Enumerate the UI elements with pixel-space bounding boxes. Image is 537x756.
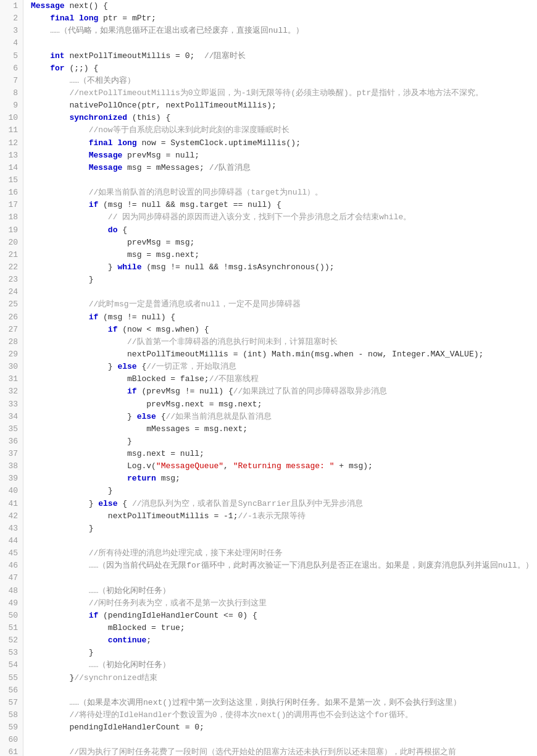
code-line: } while (msg != null && !msg.isAsynchron… bbox=[31, 261, 530, 274]
code-line bbox=[31, 684, 530, 697]
code-line: synchronized (this) { bbox=[31, 112, 530, 124]
code-line: continue; bbox=[31, 634, 530, 647]
code-line: //队首第一个非障碍器的消息执行时间未到，计算阻塞时长 bbox=[31, 336, 530, 348]
line-number: 1 bbox=[5, 0, 18, 12]
code-line: final long ptr = mPtr; bbox=[31, 12, 530, 25]
code-line: do { bbox=[31, 224, 530, 237]
line-number: 22 bbox=[5, 261, 18, 274]
code-line: msg.next = null; bbox=[31, 448, 530, 460]
code-line: if (pendingIdleHandlerCount <= 0) { bbox=[31, 610, 530, 622]
line-number: 7 bbox=[5, 75, 18, 87]
code-line: mBlocked = true; bbox=[31, 622, 530, 634]
line-number: 28 bbox=[5, 336, 18, 348]
code-line: //将待处理的IdleHandler个数设置为0，使得本次next()的调用再也… bbox=[31, 709, 530, 721]
code-line: //因为执行了闲时任务花费了一段时间（选代开始处的阻塞方法还未执行到所以还未阻塞… bbox=[31, 746, 530, 756]
code-container: 1234567891011121314151617181920212223242… bbox=[0, 0, 537, 756]
code-line: final long now = SystemClock.uptimeMilli… bbox=[31, 137, 530, 149]
line-number: 6 bbox=[5, 62, 18, 75]
line-number: 33 bbox=[5, 398, 18, 411]
code-line: Log.v("MessageQueue", "Returning message… bbox=[31, 460, 530, 472]
line-number: 51 bbox=[5, 622, 18, 634]
code-line: nextPollTimeoutMillis = (int) Math.min(m… bbox=[31, 348, 530, 361]
line-number: 29 bbox=[5, 348, 18, 361]
line-number: 25 bbox=[5, 298, 18, 311]
line-number: 11 bbox=[5, 124, 18, 136]
line-number: 21 bbox=[5, 249, 18, 261]
line-number: 47 bbox=[5, 572, 18, 584]
line-number: 43 bbox=[5, 523, 18, 535]
code-line: //如果当前队首的消息时设置的同步障碍器（target为null）。 bbox=[31, 187, 530, 199]
line-number: 61 bbox=[5, 746, 18, 756]
code-line: nativePollOnce(ptr, nextPollTimeoutMilli… bbox=[31, 99, 530, 112]
code-line: } bbox=[31, 523, 530, 535]
code-line bbox=[31, 174, 530, 187]
line-number: 20 bbox=[5, 237, 18, 249]
line-number: 15 bbox=[5, 174, 18, 187]
line-number: 9 bbox=[5, 99, 18, 112]
line-number: 30 bbox=[5, 361, 18, 373]
line-number: 55 bbox=[5, 672, 18, 684]
code-area[interactable]: Message next() { final long ptr = mPtr; … bbox=[23, 0, 537, 756]
line-numbers: 1234567891011121314151617181920212223242… bbox=[0, 0, 23, 756]
line-number: 23 bbox=[5, 274, 18, 286]
line-number: 56 bbox=[5, 684, 18, 697]
code-line bbox=[31, 734, 530, 746]
code-line: if (msg != null) { bbox=[31, 311, 530, 324]
code-line: //nextPollTimeoutMillis为0立即返回，为-1则无限等待(必… bbox=[31, 87, 530, 99]
code-line: prevMsg.next = msg.next; bbox=[31, 398, 530, 411]
line-number: 53 bbox=[5, 647, 18, 659]
line-number: 27 bbox=[5, 324, 18, 336]
code-line: if (prevMsg != null) {//如果跳过了队首的同步障碍器取异步… bbox=[31, 385, 530, 398]
line-number: 57 bbox=[5, 697, 18, 709]
code-line: } bbox=[31, 647, 530, 659]
code-line: prevMsg = msg; bbox=[31, 237, 530, 249]
line-number: 46 bbox=[5, 560, 18, 572]
line-number: 13 bbox=[5, 149, 18, 162]
line-number: 37 bbox=[5, 448, 18, 460]
code-line: ……（代码略，如果消息循环正在退出或者已经废弃，直接返回null。） bbox=[31, 25, 530, 37]
line-number: 52 bbox=[5, 634, 18, 647]
line-number: 36 bbox=[5, 435, 18, 448]
code-line: } bbox=[31, 274, 530, 286]
line-number: 16 bbox=[5, 187, 18, 199]
code-line: } bbox=[31, 485, 530, 497]
code-line: mBlocked = false;//不阻塞线程 bbox=[31, 373, 530, 385]
line-number: 8 bbox=[5, 87, 18, 99]
code-line: } bbox=[31, 435, 530, 448]
line-number: 41 bbox=[5, 498, 18, 510]
line-number: 38 bbox=[5, 460, 18, 472]
line-number: 4 bbox=[5, 37, 18, 49]
code-line: //所有待处理的消息均处理完成，接下来处理闲时任务 bbox=[31, 547, 530, 560]
code-line: if (now < msg.when) { bbox=[31, 324, 530, 336]
code-line: pendingIdleHandlerCount = 0; bbox=[31, 721, 530, 734]
line-number: 59 bbox=[5, 721, 18, 734]
code-line: }//synchronized结束 bbox=[31, 672, 530, 684]
line-number: 44 bbox=[5, 535, 18, 547]
line-number: 42 bbox=[5, 510, 18, 523]
code-line: Message prevMsg = null; bbox=[31, 149, 530, 162]
code-line: nextPollTimeoutMillis = -1;//-1表示无限等待 bbox=[31, 510, 530, 523]
line-number: 24 bbox=[5, 286, 18, 298]
code-line: //此时msg一定是普通消息或者null，一定不是同步障碍器 bbox=[31, 298, 530, 311]
code-line: //闲时任务列表为空，或者不是第一次执行到这里 bbox=[31, 597, 530, 610]
line-number: 14 bbox=[5, 162, 18, 174]
code-line: ……（如果是本次调用next()过程中第一次到达这里，则执行闲时任务。如果不是第… bbox=[31, 697, 530, 709]
line-number: 2 bbox=[5, 12, 18, 25]
code-line: ……（初始化闲时任务） bbox=[31, 659, 530, 671]
code-line: } else {//如果当前消息就是队首消息 bbox=[31, 411, 530, 423]
line-number: 10 bbox=[5, 112, 18, 124]
line-number: 34 bbox=[5, 411, 18, 423]
code-line: //now等于自系统启动以来到此时此刻的非深度睡眠时长 bbox=[31, 124, 530, 136]
line-number: 12 bbox=[5, 137, 18, 149]
code-line: mMessages = msg.next; bbox=[31, 423, 530, 435]
line-number: 26 bbox=[5, 311, 18, 324]
code-line: // 因为同步障碍器的原因而进入该分支，找到下一个异步消息之后才会结束while… bbox=[31, 211, 530, 224]
code-line: return msg; bbox=[31, 472, 530, 485]
code-line: ……（因为当前代码处在无限for循环中，此时再次验证一下消息队列是否正在退出。如… bbox=[31, 560, 530, 572]
code-line: Message msg = mMessages; //队首消息 bbox=[31, 162, 530, 174]
code-line: ……（初始化闲时任务） bbox=[31, 585, 530, 597]
line-number: 3 bbox=[5, 25, 18, 37]
line-number: 45 bbox=[5, 547, 18, 560]
line-number: 58 bbox=[5, 709, 18, 721]
line-number: 48 bbox=[5, 585, 18, 597]
